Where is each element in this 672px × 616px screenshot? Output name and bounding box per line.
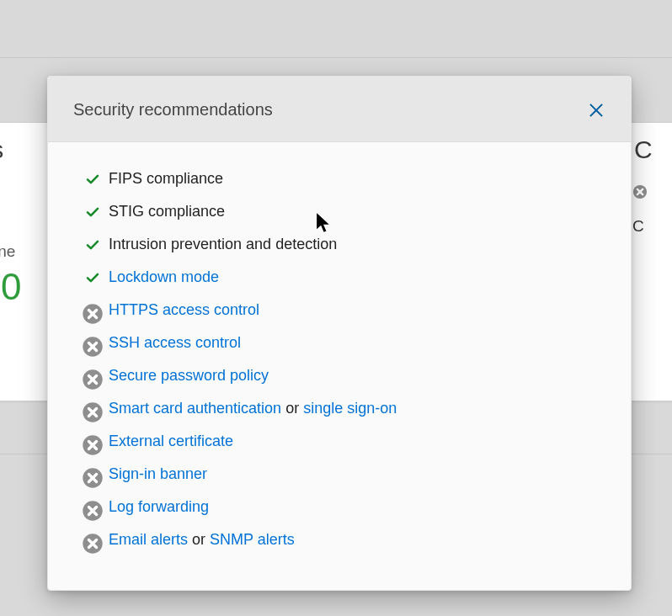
recommendation-link[interactable]: Secure password policy [109, 367, 269, 384]
x-circle-icon [632, 184, 648, 199]
recommendation-item: HTTPS access control [82, 294, 605, 327]
recommendation-label: STIG compliance [109, 203, 225, 220]
x-circle-icon [82, 500, 104, 515]
x-circle-icon [82, 303, 104, 318]
recommendation-text: Sign-in banner [109, 465, 207, 483]
modal-title: Security recommendations [73, 100, 273, 119]
recommendation-text: FIPS compliance [109, 170, 223, 188]
recommendation-list: FIPS complianceSTIG complianceIntrusion … [82, 162, 605, 556]
recommendation-link[interactable]: Lockdown mode [109, 268, 219, 285]
recommendation-item: SSH access control [82, 327, 605, 359]
recommendation-item: Secure password policy [82, 359, 605, 392]
recommendation-label: or [188, 531, 210, 548]
recommendation-text: Intrusion prevention and detection [109, 236, 337, 253]
recommendation-item: Lockdown mode [82, 261, 605, 294]
modal-header: Security recommendations [48, 77, 631, 142]
recommendation-text: Secure password policy [109, 367, 269, 385]
recommendation-text: Email alerts or SNMP alerts [109, 531, 295, 549]
recommendation-text: HTTPS access control [109, 301, 259, 319]
close-icon[interactable] [587, 101, 605, 119]
recommendation-item: Smart card authentication or single sign… [82, 392, 605, 425]
x-circle-icon [82, 369, 104, 384]
bg-left-title-fragment: nces [0, 135, 3, 164]
recommendation-link[interactable]: single sign-on [303, 400, 397, 417]
x-circle-icon [82, 434, 104, 449]
check-icon [82, 270, 104, 285]
recommendation-text: External certificate [109, 433, 233, 450]
recommendation-link[interactable]: Email alerts [109, 531, 188, 548]
x-circle-icon [82, 533, 104, 548]
security-recommendations-modal: Security recommendations FIPS compliance… [47, 76, 632, 591]
recommendation-text: STIG compliance [109, 203, 225, 220]
recommendation-label: FIPS compliance [109, 170, 223, 187]
x-circle-icon [82, 467, 104, 482]
bg-left-stat-value: 0 [1, 266, 21, 308]
bg-left-sub-fragment: ine [0, 242, 15, 261]
recommendation-label: or [281, 400, 303, 417]
recommendation-text: Lockdown mode [109, 268, 219, 286]
recommendation-link[interactable]: HTTPS access control [109, 301, 259, 318]
x-circle-icon [82, 336, 104, 351]
recommendation-item: Sign-in banner [82, 458, 605, 491]
recommendation-link[interactable]: External certificate [109, 433, 233, 449]
recommendation-item: Log forwarding [82, 491, 605, 523]
bg-right-sub-fragment: C [632, 217, 644, 236]
recommendation-item: STIG compliance [82, 195, 605, 228]
x-circle-icon [82, 401, 104, 417]
recommendation-link[interactable]: Smart card authentication [109, 400, 281, 417]
recommendation-link[interactable]: SNMP alerts [210, 531, 295, 548]
recommendation-label: Intrusion prevention and detection [109, 236, 337, 252]
recommendation-item: Intrusion prevention and detection [82, 228, 605, 261]
bg-right-title-fragment: C [634, 135, 653, 164]
recommendation-item: FIPS compliance [82, 162, 605, 195]
recommendation-text: Log forwarding [109, 498, 209, 516]
recommendation-item: External certificate [82, 425, 605, 458]
recommendation-link[interactable]: SSH access control [109, 334, 241, 351]
recommendation-link[interactable]: Sign-in banner [109, 465, 207, 482]
check-icon [82, 237, 104, 252]
recommendation-item: Email alerts or SNMP alerts [82, 523, 605, 556]
check-icon [82, 204, 104, 220]
recommendation-link[interactable]: Log forwarding [109, 498, 209, 515]
modal-body: FIPS complianceSTIG complianceIntrusion … [48, 142, 631, 565]
recommendation-text: SSH access control [109, 334, 241, 352]
check-icon [82, 172, 104, 187]
recommendation-text: Smart card authentication or single sign… [109, 400, 397, 417]
